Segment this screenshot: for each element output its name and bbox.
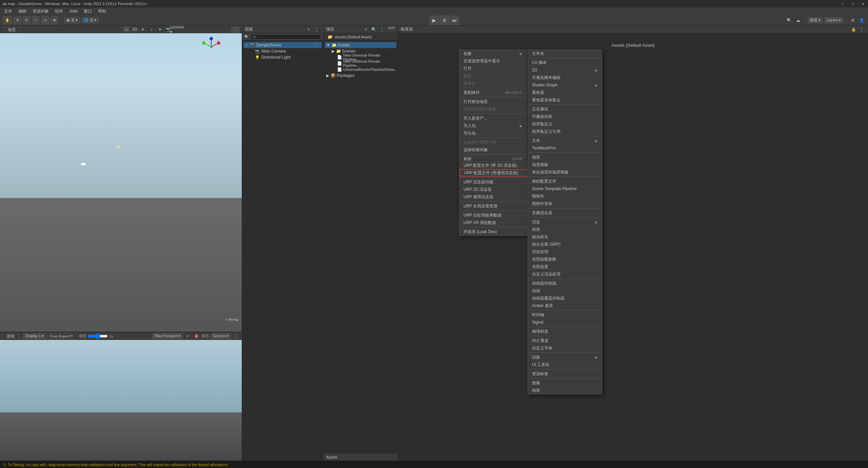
inspector-lock-btn[interactable]: 🔓 [850,26,857,33]
sub-prefab[interactable]: 预制件 [528,192,602,200]
hand-tool-btn[interactable]: ✋ [3,16,12,24]
ctx-import-new[interactable]: 导入新资产... [459,115,527,122]
hierarchy-item-light[interactable]: 💡 Directional Light [249,54,322,60]
sub-visual-script[interactable]: 可视化脚本编程 [528,74,602,81]
ctx-open-additive[interactable]: 打开附加场景 [459,98,527,105]
sub-text[interactable]: 文本 ▶ [528,137,602,144]
sub-vol-profile[interactable]: 体积配置文件 [528,178,602,185]
gizmos-game-dropdown[interactable]: Gizmos ▾ [211,333,231,339]
transform-tool-btn[interactable]: ⊕ [51,16,58,24]
ctx-select-deps[interactable]: 选择依赖对象 [459,146,527,154]
menu-edit[interactable]: 编辑 [16,8,29,15]
sub-avatar-mask[interactable]: Avatar 遮罩 [528,302,602,309]
ctx-rename[interactable]: 重命名 [459,80,527,87]
pivot-dropdown[interactable]: ◉ 无 ▾ [64,17,80,23]
project-item-assets[interactable]: ▼ 📁 Assets [325,42,396,48]
sub-shader-variant[interactable]: 看色器实体集合 [528,96,602,104]
move-tool-btn[interactable]: ✛ [14,16,21,24]
sub-render-tex[interactable]: 渲染纹理 [528,248,602,256]
account-btn[interactable]: 👤 [858,17,865,24]
sub-testing[interactable]: 正在测试 [528,105,602,113]
project-item-urpglobal[interactable]: 📄 UniversalRenderPipelineGloba... [325,66,396,73]
game-more-btn[interactable]: ⋮ [232,332,240,340]
layers-dropdown[interactable]: 图层 ▾ [808,17,823,23]
menu-component[interactable]: 组件 [52,8,66,15]
close-btn[interactable]: ✕ [858,0,868,7]
project-item-packages[interactable]: ▶ 📦 Packages [325,73,396,79]
sub-prefab-variant[interactable]: 预制件变体 [528,200,602,207]
ctx-find-refs[interactable]: 在场景中查找引用 [459,139,527,146]
ctx-delete[interactable]: 删除 [459,72,527,80]
project-item-urp2[interactable]: 📄 New Universal Render Pipeline... [325,60,396,66]
hierarchy-item-samplescene[interactable]: ▼ 🎬 SampleScene ⋮ [243,42,322,48]
sub-resource-tag[interactable]: 资源标签 [528,370,602,378]
sub-animator-override[interactable]: 动画器覆盖控制器 [528,294,602,302]
sub-custom-font[interactable]: 自定义字体 [528,344,602,352]
scene-gizmo[interactable]: X Y Z [201,37,221,57]
project-search-btn[interactable]: 🔍 [370,26,378,33]
sub-legacy[interactable]: 旧版 ▶ [528,353,602,361]
rotate-tool-btn[interactable]: ↻ [23,16,31,24]
sub-playable[interactable]: 可播放内容 [528,113,602,120]
sub-csharp[interactable]: C# 脚本 [528,59,602,66]
fx-btn[interactable]: ✦ [156,26,164,33]
sub-brush[interactable]: 画笔 [528,387,602,394]
sub-lens-flare-srp[interactable]: 镜头光晕 (SRP) [528,241,602,248]
ctx-copy-path[interactable]: 复制路径 Alt+Ctrl+C [459,89,527,96]
ctx-open[interactable]: 打开 [459,65,527,72]
hierarchy-more-btn[interactable]: ⋮ [313,26,320,33]
scale-tool-btn[interactable]: ⤡ [32,16,40,24]
sub-folder[interactable]: 文件夹 [528,50,602,57]
mute-btn[interactable]: 🔇 [193,332,200,340]
sub-physic-mat[interactable]: 物理材质 [528,328,602,335]
play-btn[interactable]: ▶ [430,16,439,25]
sub-material[interactable]: 材质 [528,226,602,233]
step-btn[interactable]: ⏭ [450,16,459,25]
ctx-show-explorer[interactable]: 在资源管理器中显示 [459,57,527,65]
sub-audio-mixer[interactable]: 音频混合器 [528,209,602,217]
sub-render[interactable]: 渲染 ▶ [528,218,602,226]
maximize-game-btn[interactable]: ⤢ [184,332,192,340]
sub-gui-skin[interactable]: GUI 要皮 [528,337,602,344]
sub-lighting-settings[interactable]: 光照设置 [528,263,602,270]
sub-timeline[interactable]: 时间轴 [528,311,602,319]
rect-tool-btn[interactable]: ▭ [41,16,49,24]
ctx-view-in-pm[interactable]: 在包管理器中查看 [459,105,527,113]
sub-ui-toolkit[interactable]: UI 工具包 [528,361,602,368]
sub-scene-from-scene[interactable]: 来自场景的场景模板 [528,168,602,176]
lighting-btn[interactable]: ☀ [139,26,147,33]
sub-shader-graph[interactable]: Shader Graph ▶ [528,81,602,89]
project-more-btn[interactable]: ⋮ [378,26,386,33]
sub-lens-flare[interactable]: 镜头眩光 [528,233,602,241]
game-tab[interactable]: 游戏 [2,333,19,339]
menu-window[interactable]: 窗口 [81,8,95,15]
search-btn[interactable]: 🔍 [786,17,793,24]
project-add-btn[interactable]: + [362,26,370,33]
hierarchy-add-btn[interactable]: + [305,26,312,33]
ctx-export-package[interactable]: 导出包... [459,129,527,137]
sub-shader[interactable]: 看色器 [528,89,602,96]
hierarchy-item-camera[interactable]: 📷 Main Camera [249,48,322,54]
sub-animator-ctrl[interactable]: 动画器控制器 [528,280,602,287]
sub-asmref[interactable]: 程序集定义引用 [528,128,602,135]
ctx-create[interactable]: 创建 ▶ [459,50,527,57]
hierarchy-search-input[interactable] [251,34,321,40]
scene-effects-dropdown[interactable]: ≡ [123,26,130,33]
sub-animation[interactable]: 动画 [528,287,602,294]
pause-btn[interactable]: ⏸ [440,16,449,25]
sub-signal[interactable]: Signal [528,319,602,326]
menu-help[interactable]: 帮助 [95,8,109,15]
minimize-btn[interactable]: ─ [837,0,848,7]
aspect-dropdown[interactable]: Free Aspect ▾ [47,333,75,339]
settings-btn[interactable]: ⚙ [849,17,856,24]
ctx-import-package[interactable]: 导入包 ▶ [459,122,527,129]
audio-btn[interactable]: ♪ [148,26,155,33]
sub-2d[interactable]: 2D ▶ [528,66,602,74]
layout-dropdown[interactable]: Layout ▾ [824,17,843,23]
scene-more-btn[interactable]: ⋮ [231,26,240,33]
sub-lightmap-params[interactable]: 光照贴图参数 [528,256,602,263]
sub-scene[interactable]: 场景 [528,154,602,161]
sub-search[interactable]: 搜索 [528,379,602,387]
scale-slider[interactable] [87,333,108,339]
scene-canvas[interactable]: ✷ ☁ X Y Z [0,33,242,332]
